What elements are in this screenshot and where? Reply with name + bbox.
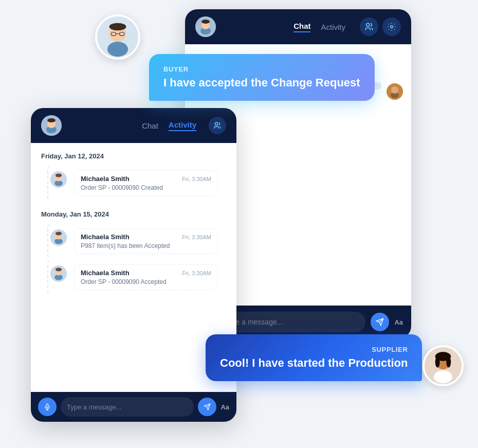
svg-point-43 [56,267,62,271]
settings-icon[interactable] [382,17,401,36]
svg-point-39 [56,231,62,235]
supplier-label: Supplier [220,346,408,353]
activity-item-avatar-1 [49,170,68,189]
chat-input-field[interactable]: Type a message... [217,312,365,332]
activity-header: Chat Activity [31,108,236,143]
tab-chat-front[interactable]: Chat [142,121,158,130]
voice-btn-front[interactable] [38,398,57,416]
date-sep-1: Friday, Jan 12, 2024 [31,143,236,165]
tab-chat-back[interactable]: Chat [293,22,310,32]
svg-point-8 [434,370,452,383]
svg-point-30 [47,118,56,122]
chat-tabs: Chat Activity [293,22,345,32]
activity-input-field[interactable]: Type a message... [61,397,194,417]
activity-group-icon[interactable] [209,117,226,134]
activity-time-2: Fri, 3:30AM [182,234,211,240]
svg-point-17 [366,23,370,26]
buyer-label: Buyer [163,65,360,73]
activity-panel: Chat Activity Friday, Jan 12, 2024 [31,108,236,422]
send-btn-front[interactable] [198,398,216,416]
group-icon[interactable] [360,17,378,36]
buyer-bubble: Buyer I have accepted the Change Request [149,54,375,101]
activity-time-3: Fri, 3:30AM [182,270,211,276]
supplier-message: Cool! I have started the Production [220,356,408,370]
activity-name-3: Michaela Smith [81,269,130,277]
activity-tabs: Chat Activity [142,120,196,131]
chat-avatar-2 [387,83,403,100]
tab-activity-front[interactable]: Activity [169,120,196,131]
activity-time-1: Fri, 3:30AM [182,176,211,182]
activity-desc-3: Order SP - 00009090 Accepted [81,278,211,285]
activity-item-2: Michaela Smith Fri, 3:30AM P987 item(s) … [47,223,228,259]
activity-name-2: Michaela Smith [81,233,130,241]
buyer-message: I have accepted the Change Request [163,76,360,89]
svg-point-1 [107,42,128,57]
svg-point-24 [391,86,398,94]
activity-item-avatar-3 [49,264,68,283]
tab-activity-back[interactable]: Activity [321,23,345,31]
svg-point-11 [435,356,440,368]
avatar-female-br [422,345,464,386]
activity-content-2: Michaela Smith Fri, 3:30AM P987 item(s) … [74,228,218,254]
activity-desc-2: P987 item(s) has been Accepted [81,242,211,249]
activity-top-3: Michaela Smith Fri, 3:30AM [81,269,211,277]
activity-top-1: Michaela Smith Fri, 3:30AM [81,175,211,183]
activity-content-1: Michaela Smith Fri, 3:30AM Order SP - 00… [74,170,218,196]
date-sep-2: Monday, Jan 15, 2024 [31,201,236,223]
chat-header: Chat Activity [185,9,411,44]
chat-header-icons [360,17,401,36]
svg-point-3 [109,23,126,31]
supplier-bubble: Supplier Cool! I have started the Produc… [206,334,422,381]
activity-top-2: Michaela Smith Fri, 3:30AM [81,233,211,241]
avatar-male-tl [95,14,140,60]
send-btn-back[interactable] [371,313,389,331]
svg-point-16 [201,20,210,24]
activity-avatar [41,115,62,136]
activity-content-3: Michaela Smith Fri, 3:30AM Order SP - 00… [74,264,218,290]
activity-name-1: Michaela Smith [81,175,130,183]
chat-avatar [195,16,216,37]
activity-input-bar: Type a message... Aa [31,392,236,422]
activity-item-1: Michaela Smith Fri, 3:30AM Order SP - 00… [47,165,228,201]
activity-input-placeholder: Type a message... [67,403,121,411]
activity-item-3: Michaela Smith Fri, 3:30AM Order SP - 00… [47,259,228,295]
svg-point-18 [391,26,393,28]
svg-point-12 [446,356,451,368]
activity-item-avatar-2 [49,228,68,247]
svg-point-31 [215,122,217,125]
aa-label-front: Aa [220,403,229,411]
activity-desc-1: Order SP - 00009090 Created [81,184,211,191]
svg-point-35 [56,173,62,177]
aa-label-back: Aa [394,318,403,326]
